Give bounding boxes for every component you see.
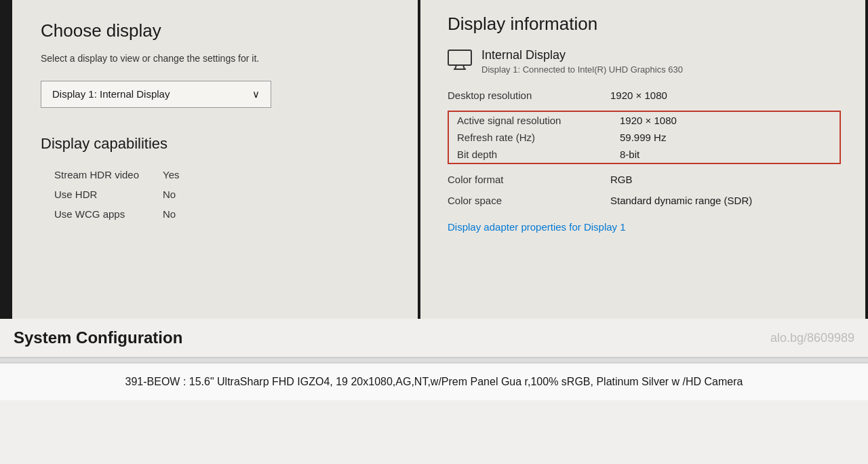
monitor-name: Internal Display (481, 48, 683, 62)
chevron-down-icon: ∨ (252, 88, 260, 100)
monitor-icon (448, 50, 472, 73)
capability-row: Use HDRNo (54, 189, 384, 200)
info-row-bit-depth: Bit depth 8-bit (457, 149, 831, 160)
watermark: alo.bg/8609989 (770, 331, 854, 345)
label-color-format: Color format (448, 174, 610, 185)
choose-display-subtitle: Select a display to view or change the s… (41, 52, 384, 66)
capability-row: Use WCG appsNo (54, 208, 384, 220)
svg-rect-0 (448, 50, 471, 65)
display-dropdown[interactable]: Display 1: Internal Display ∨ (41, 81, 271, 108)
monitor-subtitle: Display 1: Connected to Intel(R) UHD Gra… (481, 64, 683, 75)
capabilities-title: Display capabilities (41, 135, 384, 153)
capability-value: No (163, 189, 176, 200)
divider (0, 357, 868, 363)
info-table: Desktop resolution 1920 × 1080 Active si… (448, 90, 841, 206)
value-desktop-resolution: 1920 × 1080 (610, 90, 667, 101)
info-row-color-format: Color format RGB (448, 174, 841, 185)
adapter-properties-link[interactable]: Display adapter properties for Display 1 (448, 221, 626, 233)
dropdown-value: Display 1: Internal Display (52, 88, 170, 100)
capability-row: Stream HDR videoYes (54, 169, 384, 180)
value-color-format: RGB (610, 174, 633, 185)
info-row-desktop-resolution: Desktop resolution 1920 × 1080 (448, 90, 841, 101)
left-panel: Choose display Select a display to view … (0, 0, 420, 319)
label-refresh-rate: Refresh rate (Hz) (457, 132, 620, 143)
label-active-signal: Active signal resolution (457, 115, 620, 126)
value-bit-depth: 8-bit (620, 149, 639, 160)
capability-label: Stream HDR video (54, 169, 163, 180)
capability-value: Yes (163, 169, 179, 180)
system-config-bar: System Configuration alo.bg/8609989 (0, 319, 868, 357)
label-bit-depth: Bit depth (457, 149, 620, 160)
info-row-refresh-rate: Refresh rate (Hz) 59.999 Hz (457, 132, 831, 143)
highlighted-group: Active signal resolution 1920 × 1080 Ref… (448, 111, 841, 164)
right-panel: Display information Internal Display Dis… (420, 0, 868, 319)
value-color-space: Standard dynamic range (SDR) (610, 195, 752, 206)
system-config-title: System Configuration (14, 328, 182, 347)
monitor-header: Internal Display Display 1: Connected to… (448, 48, 841, 75)
capability-value: No (163, 208, 176, 220)
choose-display-title: Choose display (41, 20, 384, 41)
capability-label: Use WCG apps (54, 208, 163, 220)
label-desktop-resolution: Desktop resolution (448, 90, 610, 101)
value-refresh-rate: 59.999 Hz (620, 132, 666, 143)
value-active-signal: 1920 × 1080 (620, 115, 677, 126)
product-text: 391-BEOW : 15.6" UltraSharp FHD IGZO4, 1… (20, 376, 848, 388)
label-color-space: Color space (448, 195, 610, 206)
capabilities-list: Stream HDR videoYesUse HDRNoUse WCG apps… (34, 169, 384, 220)
info-row-color-space: Color space Standard dynamic range (SDR) (448, 195, 841, 206)
product-bar: 391-BEOW : 15.6" UltraSharp FHD IGZO4, 1… (0, 363, 868, 400)
display-info-title: Display information (448, 14, 841, 35)
monitor-info: Internal Display Display 1: Connected to… (481, 48, 683, 75)
capability-label: Use HDR (54, 189, 163, 200)
info-row-active-signal: Active signal resolution 1920 × 1080 (457, 115, 831, 126)
